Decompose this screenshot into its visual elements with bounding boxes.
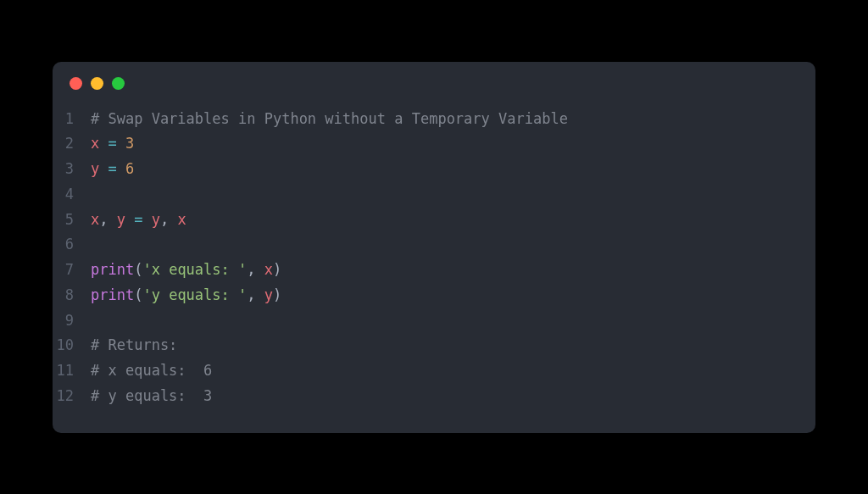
token-default (99, 160, 108, 177)
token-punct: ( (134, 286, 142, 303)
token-comment: # Returns: (91, 336, 177, 353)
code-content: print('y equals: ', y) (91, 283, 815, 308)
token-string: 'x equals: ' (142, 261, 247, 278)
code-content: # x equals: 6 (91, 358, 815, 384)
code-content (91, 232, 815, 258)
code-line: 6 (53, 232, 815, 258)
code-content (91, 308, 815, 334)
token-comment: # x equals: 6 (91, 362, 212, 379)
token-var: x (91, 211, 99, 228)
code-content (91, 182, 815, 208)
token-punct: , (247, 261, 264, 278)
line-number: 8 (53, 283, 91, 308)
line-number: 5 (53, 208, 91, 233)
token-default (117, 160, 125, 177)
editor-window: 1# Swap Variables in Python without a Te… (53, 62, 815, 433)
close-icon[interactable] (70, 77, 82, 90)
token-op: = (108, 160, 117, 177)
token-var: x (264, 261, 273, 278)
code-line: 4 (53, 182, 815, 208)
token-punct: ( (134, 261, 142, 278)
token-num: 3 (125, 135, 134, 152)
token-string: 'y equals: ' (142, 286, 247, 303)
token-punct: ) (273, 286, 281, 303)
token-default (142, 211, 151, 228)
code-content: y = 6 (91, 157, 815, 182)
code-content: x = 3 (91, 131, 815, 157)
line-number: 3 (53, 157, 91, 182)
token-var: x (91, 135, 99, 152)
token-var: x (177, 211, 186, 228)
token-var: y (117, 211, 125, 228)
token-num: 6 (125, 160, 134, 177)
token-op: = (134, 211, 142, 228)
code-content: # y equals: 3 (91, 384, 815, 409)
code-content: # Returns: (91, 333, 815, 358)
token-var: y (264, 286, 273, 303)
minimize-icon[interactable] (91, 77, 103, 90)
token-punct: , (247, 286, 264, 303)
code-content: x, y = y, x (91, 208, 815, 233)
token-default (117, 135, 125, 152)
token-builtin: print (91, 261, 134, 278)
code-line: 7print('x equals: ', x) (53, 258, 815, 283)
titlebar (53, 62, 815, 98)
line-number: 11 (53, 358, 91, 384)
line-number: 2 (53, 131, 91, 157)
line-number: 10 (53, 333, 91, 358)
line-number: 7 (53, 258, 91, 283)
code-content: print('x equals: ', x) (91, 258, 815, 283)
code-line: 10# Returns: (53, 333, 815, 358)
code-area[interactable]: 1# Swap Variables in Python without a Te… (53, 98, 815, 433)
token-comment: # y equals: 3 (91, 387, 212, 404)
code-line: 12# y equals: 3 (53, 384, 815, 409)
line-number: 4 (53, 182, 91, 208)
token-comment: # Swap Variables in Python without a Tem… (91, 110, 568, 127)
token-var: y (152, 211, 160, 228)
token-punct: , (99, 211, 116, 228)
token-default (99, 135, 108, 152)
code-line: 2x = 3 (53, 131, 815, 157)
code-line: 1# Swap Variables in Python without a Te… (53, 107, 815, 132)
code-content: # Swap Variables in Python without a Tem… (91, 107, 815, 132)
code-line: 11# x equals: 6 (53, 358, 815, 384)
maximize-icon[interactable] (112, 77, 125, 90)
token-var: y (91, 160, 99, 177)
code-line: 8print('y equals: ', y) (53, 283, 815, 308)
token-punct: ) (273, 261, 281, 278)
code-line: 3y = 6 (53, 157, 815, 182)
token-default (125, 211, 134, 228)
line-number: 9 (53, 308, 91, 334)
line-number: 1 (53, 107, 91, 132)
code-line: 9 (53, 308, 815, 334)
line-number: 12 (53, 384, 91, 409)
token-punct: , (160, 211, 177, 228)
line-number: 6 (53, 232, 91, 258)
code-line: 5x, y = y, x (53, 208, 815, 233)
token-op: = (108, 135, 117, 152)
token-builtin: print (91, 286, 134, 303)
